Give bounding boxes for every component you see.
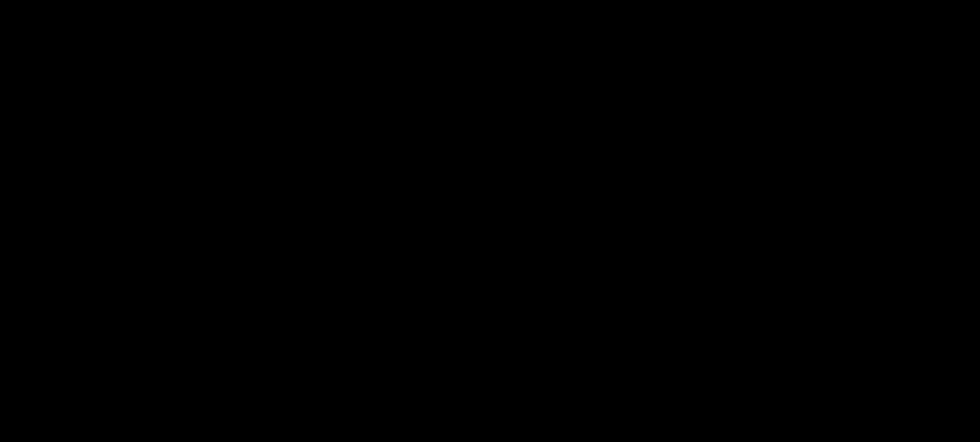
cell-E11[interactable]: 58080 [542,359,591,377]
cell-B10[interactable]: 7100115638-9 [154,342,278,359]
cell-F14[interactable]: 10/20/2024 9:00 [591,412,690,429]
cell-C2[interactable]: 7100115487-1 [278,202,398,219]
cell-E14[interactable]: 33936 [542,412,591,429]
cell-G2[interactable]: 44 [690,202,757,219]
format-as-table-button[interactable]: Format as Table [759,61,810,106]
cell-A13[interactable]: 207223 [15,394,154,412]
italic-button[interactable]: I [181,87,185,100]
cut-button[interactable]: Cut [56,63,87,75]
cell-E12[interactable]: 33936 [542,377,591,394]
cell-K12[interactable] [924,377,980,394]
paste-button[interactable]: Paste [11,60,49,118]
cell-D4[interactable]: 1 [398,237,542,254]
cell-C6[interactable]: 7100115636-5 [278,272,398,289]
cell-H12[interactable]: 44 [757,377,810,394]
align-bottom-button[interactable] [380,61,399,79]
cell-F11[interactable]: 10/20/2024 7:00 [591,359,690,377]
row-header-14[interactable]: 14 [0,412,15,429]
row-header-1[interactable]: 1 [0,184,15,202]
cell-D2[interactable]: 1 [398,202,542,219]
cell-G4[interactable]: 44 [690,237,757,254]
currency-dropdown-icon[interactable] [595,92,601,98]
cell-J5[interactable] [866,254,924,272]
cell-F2[interactable]: 10/27/2024 7:00 [591,202,690,219]
cell-Ix[interactable] [810,429,866,442]
cell-D9[interactable]: 1 [398,324,542,342]
cell-C11[interactable]: 7100115493-10 [278,359,398,377]
cell-I7[interactable] [810,289,866,307]
cell-K5[interactable] [924,254,980,272]
alignment-dialog-launcher-icon[interactable] [555,122,563,130]
column-header-I[interactable]: I [810,167,866,184]
cell-D11[interactable]: 1 [398,359,542,377]
align-left-button[interactable] [339,87,358,104]
cell-K13[interactable] [924,394,980,412]
cell-J10[interactable] [866,342,924,359]
cell-D7[interactable]: 1 [398,289,542,307]
cell-A1[interactable]: CustomerArticleNumber [15,184,154,202]
cell-H13[interactable]: 44 [757,394,810,412]
cell-A10[interactable]: 206950 [15,342,154,359]
cell-H5[interactable]: 44 [757,254,810,272]
cell-H10[interactable]: 44 [757,342,810,359]
cell-A6[interactable]: 206950 [15,272,154,289]
cell-style-normal[interactable]: Normal [821,66,898,84]
cell-G9[interactable]: 44 [690,324,757,342]
cell-B9[interactable]: 7100115637-8 [154,324,278,342]
cell-E8[interactable]: 58080 [542,307,591,324]
tab-macros[interactable]: Macros [109,37,146,49]
cell-F3[interactable]: 10/27/2024 9:00 [591,219,690,237]
cell-D5[interactable]: 1 [398,254,542,272]
search-box[interactable] [675,2,947,15]
cell-A2[interactable]: 207223 [15,202,154,219]
cell-G6[interactable]: 44 [690,272,757,289]
column-header-B[interactable]: B [154,167,278,184]
tab-developer[interactable]: Developer [634,37,685,49]
tab-insert[interactable]: Insert [167,37,195,49]
fill-color-button[interactable] [267,87,282,105]
enter-icon[interactable]: ✓ [200,145,209,157]
bold-button[interactable]: B [158,87,166,100]
cell-G13[interactable]: 44 [690,394,757,412]
column-header-H[interactable]: H [757,167,810,184]
cell-Bx[interactable] [154,429,278,442]
cell-I5[interactable] [810,254,866,272]
cell-Gx[interactable] [690,429,757,442]
cell-K6[interactable] [924,272,980,289]
cell-G5[interactable]: 44 [690,254,757,272]
tab-view[interactable]: View [519,37,543,49]
cell-Ax[interactable] [15,429,154,442]
merge-center-button[interactable]: Merge & Center [457,89,560,101]
name-box[interactable]: J26 [6,140,164,161]
tab-power-pivot[interactable]: Power Pivot [750,37,810,49]
cell-J13[interactable] [866,394,924,412]
cell-B7[interactable]: 7100115491-6 [154,289,278,307]
cell-B11[interactable]: 7100115493-10 [154,359,278,377]
cell-B14[interactable]: 7100115900-13 [154,412,278,429]
cell-K7[interactable] [924,289,980,307]
cell-E3[interactable]: 58080 [542,219,591,237]
cell-H8[interactable]: 44 [757,307,810,324]
row-header-10[interactable]: 10 [0,342,15,359]
cell-F5[interactable]: 10/28/2024 9:00 [591,254,690,272]
select-all-corner[interactable] [0,167,15,184]
cell-C8[interactable]: 7100115492-7 [278,307,398,324]
row-header-4[interactable]: 4 [0,237,15,254]
cell-D8[interactable]: 1 [398,307,542,324]
cell-C7[interactable]: 7100115491-6 [278,289,398,307]
tab-review[interactable]: Review [461,37,498,49]
cell-E6[interactable]: 61200 [542,272,591,289]
cell-K11[interactable] [924,359,980,377]
font-name-combobox[interactable]: Calibri [154,61,247,79]
cell-Kx[interactable] [924,429,980,442]
cell-J14[interactable] [866,412,924,429]
cell-E5[interactable]: 58080 [542,254,591,272]
decrease-decimal-button[interactable]: .00→.0 [675,87,692,100]
cell-G3[interactable]: 44 [690,219,757,237]
cell-F6[interactable]: 10/28/2024 11:00 [591,272,690,289]
number-dialog-launcher-icon[interactable] [686,122,694,130]
row-header-blank[interactable] [0,429,15,442]
cell-I3[interactable] [810,219,866,237]
cell-H2[interactable]: 44 [757,202,810,219]
fill-color-dropdown-icon[interactable] [290,92,295,98]
